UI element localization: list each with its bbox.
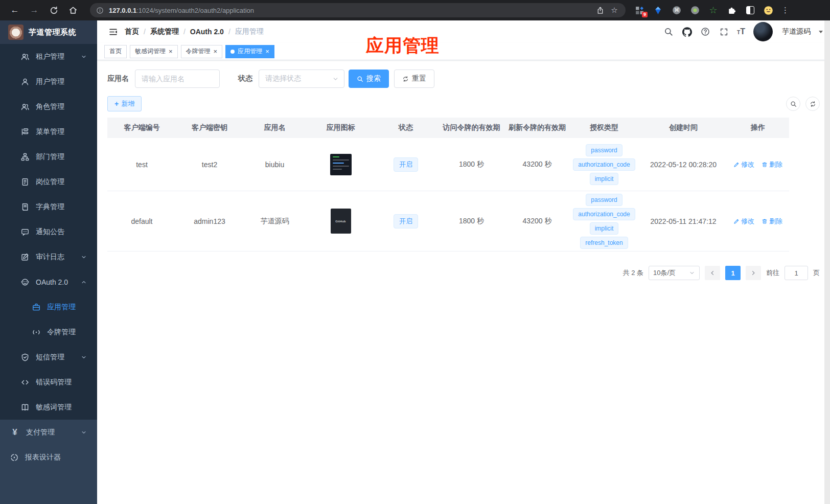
close-icon[interactable]: × bbox=[265, 49, 269, 55]
status-select[interactable]: 请选择状态 bbox=[259, 70, 344, 88]
sidebar-item-user[interactable]: 用户管理 bbox=[0, 69, 97, 94]
delete-button[interactable]: 删除 bbox=[762, 160, 782, 169]
breadcrumb-system[interactable]: 系统管理 bbox=[150, 27, 179, 36]
status-label: 状态 bbox=[238, 74, 252, 83]
github-link[interactable] bbox=[682, 27, 692, 37]
robot-icon bbox=[21, 278, 29, 286]
sidebar-item-tenant[interactable]: 租户管理 bbox=[0, 44, 97, 69]
share-icon bbox=[596, 7, 604, 14]
sidebar-logo[interactable]: 芋道管理系统 bbox=[0, 20, 97, 44]
share-button[interactable] bbox=[593, 3, 607, 17]
next-page-button[interactable] bbox=[746, 266, 761, 280]
toggle-search-button[interactable] bbox=[786, 97, 800, 111]
sidebar-item-oauth2-token[interactable]: 令牌管理 bbox=[0, 319, 97, 345]
extension-record-icon[interactable] bbox=[690, 6, 700, 15]
sidebar-item-post[interactable]: 岗位管理 bbox=[0, 169, 97, 194]
add-button[interactable]: +新增 bbox=[107, 96, 142, 111]
sidebar-item-report-designer[interactable]: 报表设计器 bbox=[0, 445, 97, 470]
user-menu-caret-icon[interactable] bbox=[819, 31, 823, 35]
yen-icon: ¥ bbox=[10, 427, 19, 438]
search-icon bbox=[664, 27, 673, 36]
header-search-button[interactable] bbox=[663, 27, 674, 37]
close-icon[interactable]: × bbox=[169, 49, 173, 55]
sidebar-item-oauth2-application[interactable]: 应用管理 bbox=[0, 294, 97, 319]
browser-back-button[interactable]: ← bbox=[5, 0, 25, 20]
reset-button[interactable]: 重置 bbox=[394, 70, 434, 88]
breadcrumb: 首页 / 系统管理 / OAuth 2.0 / 应用管理 bbox=[125, 27, 264, 36]
delete-button[interactable]: 删除 bbox=[762, 217, 782, 226]
browser-forward-button[interactable]: → bbox=[25, 0, 44, 20]
app-icon-image bbox=[330, 154, 352, 175]
message-icon bbox=[21, 228, 29, 236]
sidebar-collapse-button[interactable] bbox=[104, 23, 122, 40]
browser-menu-button[interactable]: ⋮ bbox=[781, 6, 789, 15]
grant-type-tag: refresh_token bbox=[580, 237, 628, 249]
goto-page-input[interactable] bbox=[785, 266, 808, 280]
chevron-down-icon bbox=[81, 54, 87, 60]
tab-sensitive-word[interactable]: 敏感词管理× bbox=[130, 45, 178, 58]
chevron-right-icon bbox=[750, 270, 756, 276]
code-brackets-icon bbox=[21, 378, 29, 386]
site-info-icon[interactable] bbox=[96, 7, 104, 14]
filter-form: 应用名 状态 请选择状态 搜索 重置 bbox=[107, 70, 820, 88]
extension-star-icon[interactable]: ☆ bbox=[708, 6, 718, 15]
open-book-icon bbox=[21, 403, 29, 411]
url-path: :1024/system/oauth2/oauth2/application bbox=[136, 7, 254, 14]
pie-segments-icon bbox=[10, 453, 18, 462]
hamburger-icon bbox=[109, 28, 118, 36]
bookmark-star-button[interactable]: ☆ bbox=[607, 3, 621, 17]
chevron-down-icon bbox=[81, 429, 87, 436]
browser-home-button[interactable] bbox=[63, 0, 83, 20]
chevron-down-icon bbox=[689, 270, 695, 276]
dark-mode-toggle-icon[interactable] bbox=[745, 6, 755, 15]
table-row: default admin123 芋道源码 GitHub 开启 1800 秒 4… bbox=[107, 191, 789, 251]
edit-button[interactable]: 修改 bbox=[733, 217, 754, 226]
extension-blocks-icon[interactable]: 9 bbox=[635, 6, 644, 15]
sidebar-item-notice[interactable]: 通知公告 bbox=[0, 219, 97, 244]
extension-icons: 9 ⌘ ☆ bbox=[635, 6, 773, 15]
breadcrumb-home[interactable]: 首页 bbox=[125, 27, 139, 36]
user-avatar[interactable] bbox=[753, 22, 773, 41]
sidebar-item-dict[interactable]: 字典管理 bbox=[0, 194, 97, 219]
refresh-table-button[interactable] bbox=[805, 97, 820, 111]
text-size-button[interactable]: TT bbox=[737, 28, 745, 36]
sidebar-item-sensitive-word[interactable]: 敏感词管理 bbox=[0, 395, 97, 420]
address-bar[interactable]: 127.0.0.1:1024/system/oauth2/oauth2/appl… bbox=[90, 3, 626, 17]
applications-table: 客户端编号 客户端密钥 应用名 应用图标 状态 访问令牌的有效期 刷新令牌的有效… bbox=[107, 118, 789, 251]
profile-emoji-avatar[interactable] bbox=[764, 6, 773, 15]
extension-command-icon[interactable]: ⌘ bbox=[672, 6, 681, 15]
tab-home[interactable]: 首页 bbox=[104, 45, 127, 58]
edit-button[interactable]: 修改 bbox=[733, 160, 754, 169]
tab-token[interactable]: 令牌管理× bbox=[181, 45, 223, 58]
prev-page-button[interactable] bbox=[705, 266, 720, 280]
sidebar-item-sms[interactable]: 短信管理 bbox=[0, 345, 97, 370]
close-icon[interactable]: × bbox=[214, 49, 218, 55]
page-number-1[interactable]: 1 bbox=[725, 266, 741, 280]
breadcrumb-oauth2[interactable]: OAuth 2.0 bbox=[190, 28, 224, 36]
browser-reload-button[interactable] bbox=[44, 0, 63, 20]
fullscreen-icon bbox=[720, 28, 728, 36]
grant-type-tag: authorization_code bbox=[573, 158, 635, 171]
search-button[interactable]: 搜索 bbox=[349, 70, 389, 88]
status-badge: 开启 bbox=[394, 214, 418, 228]
top-navbar: 首页 / 系统管理 / OAuth 2.0 / 应用管理 TT 芋道源码 bbox=[97, 20, 830, 43]
sidebar-item-dept[interactable]: 部门管理 bbox=[0, 144, 97, 169]
extension-kite-icon[interactable] bbox=[653, 6, 663, 15]
sidebar-item-oauth2[interactable]: OAuth 2.0 bbox=[0, 269, 97, 294]
fullscreen-button[interactable] bbox=[719, 27, 729, 37]
sidebar-item-audit-log[interactable]: 审计日志 bbox=[0, 244, 97, 269]
sidebar-item-menu[interactable]: 菜单管理 bbox=[0, 119, 97, 144]
tab-application[interactable]: 应用管理× bbox=[225, 45, 274, 58]
sidebar-item-pay[interactable]: ¥支付管理 bbox=[0, 420, 97, 445]
active-dot bbox=[230, 50, 235, 54]
page-scrollbar[interactable] bbox=[824, 20, 830, 504]
sidebar-item-error-code[interactable]: 错误码管理 bbox=[0, 370, 97, 395]
app-name-input[interactable] bbox=[135, 70, 220, 88]
shield-check-icon bbox=[21, 353, 29, 361]
grant-types: password authorization_code implicit bbox=[568, 144, 640, 185]
help-button[interactable] bbox=[700, 27, 710, 37]
extensions-puzzle-icon[interactable] bbox=[727, 6, 736, 15]
page-size-select[interactable]: 10条/页 bbox=[649, 266, 700, 280]
sidebar-item-role[interactable]: 角色管理 bbox=[0, 94, 97, 119]
briefcase-icon bbox=[32, 303, 40, 311]
